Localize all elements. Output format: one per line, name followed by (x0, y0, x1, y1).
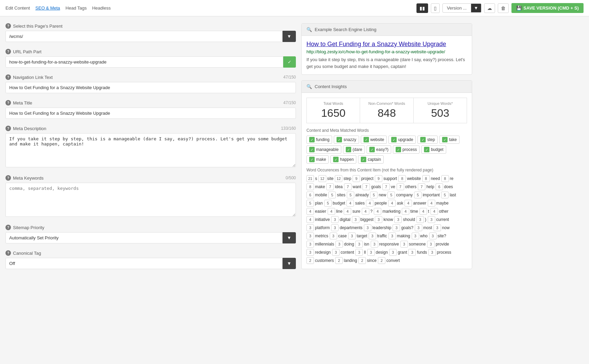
trash-icon-btn[interactable]: 🗑 (498, 3, 509, 13)
nav-headless[interactable]: Headless (92, 5, 111, 11)
word-occurrence-item: 3 departments (331, 224, 362, 231)
word-occurrence-item: 4 ? (362, 208, 373, 215)
word-occurrence-item: 4 ask (388, 200, 403, 207)
matched-word-tag: ✓funding (306, 136, 332, 144)
word-occurrence-item: 4 sales (346, 200, 365, 207)
word-occurrence-item: 5 new (370, 192, 386, 198)
word-occurrence-item: 3 target (348, 233, 367, 239)
nav-link-input[interactable] (5, 82, 296, 93)
save-icon: 💾 (516, 5, 522, 11)
meta-desc-textarea[interactable]: If you take it step by step, this is a m… (5, 133, 296, 167)
meta-keywords-textarea[interactable] (5, 183, 296, 217)
word-occurrence-item: 8 re (441, 175, 454, 182)
word-occurrence-item: 3 provide (427, 241, 449, 248)
check-icon: ✓ (391, 137, 397, 142)
word-occurrence-item: 7 help (418, 183, 434, 190)
seo-preview-header: 🔍 Example Search Engine Listing (302, 24, 472, 36)
desktop-view-btn[interactable]: ▮▮ (416, 3, 428, 13)
word-occurrence-item: 8 make (306, 183, 325, 190)
seo-url: http://blog.zesty.io/c/how-to-get-fundin… (306, 49, 467, 54)
nav-seo-meta[interactable]: SEO & Meta (36, 5, 60, 11)
parent-help-icon[interactable]: ? (5, 23, 11, 29)
word-occurrence-item: 7 ve (382, 183, 395, 190)
word-occurrence-item: 3 process (428, 249, 451, 256)
url-help-icon[interactable]: ? (5, 49, 11, 54)
nav-links: Edit Content SEO & Meta Head Tags Headle… (5, 5, 111, 11)
insights-icon: 🔍 (306, 84, 312, 89)
right-panel: 🔍 Example Search Engine Listing How to G… (301, 23, 472, 357)
word-occurrence-item: 8 website (398, 175, 421, 182)
word-occurrence-item: 4 people (366, 200, 387, 207)
version-dropdown-btn[interactable]: ▼ (471, 3, 481, 13)
word-occurrence-item: 12 site (318, 175, 333, 182)
mobile-view-btn[interactable]: ▯ (431, 3, 440, 13)
nav-edit-content[interactable]: Edit Content (5, 5, 30, 11)
cloud-icon-btn[interactable]: ☁ (484, 3, 495, 13)
word-occurrence-item: 3 case (330, 233, 347, 239)
word-occurrence-item: 5 plan (306, 200, 323, 207)
meta-desc-help-icon[interactable]: ? (5, 126, 11, 131)
main-layout: ? Select this Page's Parent /wcms/ ▼ ? U… (0, 16, 589, 364)
word-occurrence-item: 3 goals? (393, 224, 413, 231)
word-occurrence-item: 9 support (375, 175, 397, 182)
occurrences-title: Word Occurences from this Content Item (… (306, 168, 467, 172)
version-button[interactable]: Version ... (442, 3, 471, 13)
left-panel: ? Select this Page's Parent /wcms/ ▼ ? U… (5, 23, 296, 357)
url-label: ? URL Path Part (5, 49, 296, 54)
word-occurrence-item: 2 customers (306, 257, 334, 264)
word-occurrence-item: 3 design (367, 249, 388, 256)
matched-word-tag: ✓take (439, 136, 460, 144)
matched-words-title: Content and Meta Matched Words (306, 128, 467, 133)
stats-row: Total Words 1650 Non-Common* Words 848 U… (306, 98, 467, 123)
word-occurrence-item: 3 millennials (306, 241, 334, 248)
sitemap-dropdown-btn[interactable]: ▼ (283, 232, 296, 243)
url-section: ? URL Path Part ✓ (5, 49, 296, 68)
url-input[interactable] (5, 56, 283, 68)
word-occurrence-item: 3 someone (400, 241, 426, 248)
word-occurrence-item: 2 landing (335, 257, 357, 264)
meta-keywords-help-icon[interactable]: ? (5, 175, 11, 181)
sitemap-label: ? Sitemap Priority (5, 225, 296, 230)
sitemap-select[interactable]: Automatically Set Priority (5, 232, 283, 243)
word-occurrence-item: 3 who (412, 233, 428, 239)
seo-title[interactable]: How to Get Funding for a Snazzy Website … (306, 41, 467, 48)
matched-word-tag: ✓manageable (306, 145, 341, 154)
save-version-btn[interactable]: 💾 SAVE VERSION (CMD + S) (511, 3, 584, 13)
word-occurrence-item: 7 goals (362, 183, 381, 190)
word-occurrence-item: 3 content (332, 249, 354, 256)
word-occurrence-item: 5 already (347, 192, 369, 198)
check-icon: ✓ (309, 137, 315, 142)
parent-section: ? Select this Page's Parent /wcms/ ▼ (5, 23, 296, 42)
word-occurrence-item: 3 site? (429, 233, 446, 239)
word-occurrence-item: 4 sure (344, 208, 360, 215)
word-occurrence-item: 5 budget (324, 200, 345, 207)
check-icon: ✓ (333, 157, 339, 162)
canonical-select[interactable]: Off (5, 258, 283, 269)
matched-word-tag: ✓website (361, 136, 387, 144)
canonical-section: ? Canonical Tag Off ▼ (5, 250, 296, 269)
nav-head-tags[interactable]: Head Tags (66, 5, 87, 11)
parent-dropdown-btn[interactable]: ▼ (283, 31, 296, 42)
canonical-help-icon[interactable]: ? (5, 250, 11, 256)
canonical-input-group: Off ▼ (5, 258, 296, 269)
check-icon: ✓ (309, 157, 315, 162)
matched-word-tag: ✓snazzy (334, 136, 359, 144)
word-occurrence-item: 7 others (397, 183, 416, 190)
meta-title-input[interactable] (5, 108, 296, 119)
word-occurrence-item: 3 traffic (369, 233, 387, 239)
meta-title-help-icon[interactable]: ? (5, 100, 11, 106)
word-occurrence-item: 3 most (415, 224, 432, 231)
word-occurrence-item: 4 time (402, 208, 418, 215)
parent-label: ? Select this Page's Parent (5, 23, 296, 29)
matched-word-tag: ✓budget (421, 145, 446, 154)
canonical-dropdown-btn[interactable]: ▼ (283, 258, 296, 269)
seo-preview-card: 🔍 Example Search Engine Listing How to G… (301, 23, 472, 75)
sitemap-help-icon[interactable]: ? (5, 225, 11, 230)
word-occurrence-item: 4 t (420, 208, 429, 215)
word-occurrence-item: 6 mobile (306, 192, 327, 198)
meta-desc-section: ? Meta Description 133/160 If you take i… (5, 126, 296, 168)
meta-title-section: ? Meta Title 47/150 (5, 100, 296, 119)
nav-link-help-icon[interactable]: ? (5, 74, 11, 80)
parent-select[interactable]: /wcms/ (5, 31, 283, 42)
url-confirm-btn[interactable]: ✓ (283, 56, 296, 68)
